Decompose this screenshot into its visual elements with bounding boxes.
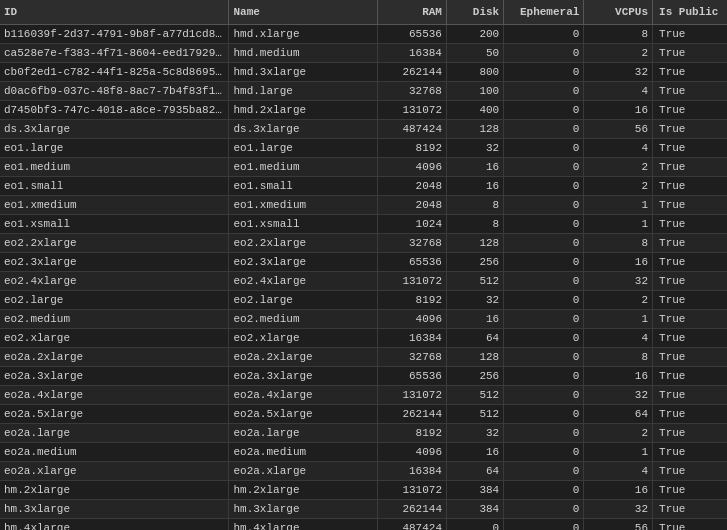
cell-vcpus: 32 (584, 500, 653, 519)
cell-disk: 384 (446, 500, 503, 519)
table-row[interactable]: eo2.xlargeeo2.xlarge163846404True (0, 329, 727, 348)
cell-id: ds.3xlarge (0, 120, 229, 139)
table-row[interactable]: eo1.xmediumeo1.xmedium2048801True (0, 196, 727, 215)
cell-ephemeral: 0 (504, 25, 584, 44)
cell-ispublic: True (653, 82, 727, 101)
cell-ispublic: True (653, 272, 727, 291)
table-row[interactable]: eo1.smalleo1.small20481602True (0, 177, 727, 196)
table-row[interactable]: cb0f2ed1-c782-44f1-825a-5c8d86954304hmd.… (0, 63, 727, 82)
cell-ispublic: True (653, 348, 727, 367)
cell-ephemeral: 0 (504, 158, 584, 177)
cell-vcpus: 8 (584, 234, 653, 253)
cell-disk: 32 (446, 291, 503, 310)
cell-vcpus: 2 (584, 158, 653, 177)
table-row[interactable]: eo2a.mediumeo2a.medium40961601True (0, 443, 727, 462)
cell-vcpus: 1 (584, 310, 653, 329)
cell-id: cb0f2ed1-c782-44f1-825a-5c8d86954304 (0, 63, 229, 82)
cell-id: d7450bf3-747c-4018-a8ce-7935ba824b95 (0, 101, 229, 120)
cell-vcpus: 1 (584, 443, 653, 462)
cell-disk: 50 (446, 44, 503, 63)
cell-ephemeral: 0 (504, 348, 584, 367)
cell-ispublic: True (653, 310, 727, 329)
cell-ephemeral: 0 (504, 253, 584, 272)
table-row[interactable]: d0ac6fb9-037c-48f8-8ac7-7b4f83f1beefhmd.… (0, 82, 727, 101)
cell-id: eo2a.xlarge (0, 462, 229, 481)
cell-name: hmd.xlarge (229, 25, 378, 44)
table-row[interactable]: eo2a.xlargeeo2a.xlarge163846404True (0, 462, 727, 481)
cell-name: hm.3xlarge (229, 500, 378, 519)
table-row[interactable]: eo2.2xlargeeo2.2xlarge3276812808True (0, 234, 727, 253)
cell-ram: 4096 (378, 443, 447, 462)
cell-vcpus: 32 (584, 272, 653, 291)
table-row[interactable]: eo2a.5xlargeeo2a.5xlarge262144512064True (0, 405, 727, 424)
table-row[interactable]: eo1.mediumeo1.medium40961602True (0, 158, 727, 177)
table-row[interactable]: eo1.xsmalleo1.xsmall1024801True (0, 215, 727, 234)
table-row[interactable]: ca528e7e-f383-4f71-8604-eed1792930cbhmd.… (0, 44, 727, 63)
cell-ram: 8192 (378, 424, 447, 443)
table-row[interactable]: hm.2xlargehm.2xlarge131072384016True (0, 481, 727, 500)
table-row[interactable]: b116039f-2d37-4791-9b8f-a77d1cd8d37bhmd.… (0, 25, 727, 44)
cell-vcpus: 8 (584, 348, 653, 367)
cell-ram: 4096 (378, 310, 447, 329)
cell-disk: 16 (446, 158, 503, 177)
cell-vcpus: 2 (584, 44, 653, 63)
cell-disk: 16 (446, 177, 503, 196)
cell-disk: 0 (446, 519, 503, 531)
table-row[interactable]: d7450bf3-747c-4018-a8ce-7935ba824b95hmd.… (0, 101, 727, 120)
cell-ram: 8192 (378, 291, 447, 310)
cell-name: eo1.medium (229, 158, 378, 177)
cell-disk: 16 (446, 310, 503, 329)
cell-ephemeral: 0 (504, 63, 584, 82)
table-row[interactable]: ds.3xlargeds.3xlarge487424128056True (0, 120, 727, 139)
cell-id: eo2a.medium (0, 443, 229, 462)
cell-disk: 128 (446, 234, 503, 253)
cell-vcpus: 16 (584, 367, 653, 386)
cell-vcpus: 16 (584, 253, 653, 272)
cell-id: eo1.xmedium (0, 196, 229, 215)
cell-ram: 131072 (378, 481, 447, 500)
table-row[interactable]: eo2.4xlargeeo2.4xlarge131072512032True (0, 272, 727, 291)
cell-disk: 800 (446, 63, 503, 82)
cell-id: hm.2xlarge (0, 481, 229, 500)
cell-name: eo1.xmedium (229, 196, 378, 215)
table-row[interactable]: eo2a.2xlargeeo2a.2xlarge3276812808True (0, 348, 727, 367)
cell-name: ds.3xlarge (229, 120, 378, 139)
cell-disk: 512 (446, 386, 503, 405)
table-row[interactable]: eo2.3xlargeeo2.3xlarge65536256016True (0, 253, 727, 272)
cell-id: eo2.medium (0, 310, 229, 329)
cell-name: eo2.4xlarge (229, 272, 378, 291)
cell-name: eo2a.2xlarge (229, 348, 378, 367)
cell-vcpus: 2 (584, 424, 653, 443)
table-row[interactable]: eo1.largeeo1.large81923204True (0, 139, 727, 158)
table-row[interactable]: hm.4xlargehm.4xlarge4874240056True (0, 519, 727, 531)
cell-name: eo2a.xlarge (229, 462, 378, 481)
table-row[interactable]: eo2.largeeo2.large81923202True (0, 291, 727, 310)
cell-disk: 384 (446, 481, 503, 500)
cell-ispublic: True (653, 291, 727, 310)
cell-ephemeral: 0 (504, 196, 584, 215)
cell-ispublic: True (653, 481, 727, 500)
table-row[interactable]: eo2a.3xlargeeo2a.3xlarge65536256016True (0, 367, 727, 386)
cell-id: eo2.large (0, 291, 229, 310)
cell-ephemeral: 0 (504, 500, 584, 519)
table-row[interactable]: eo2.mediumeo2.medium40961601True (0, 310, 727, 329)
cell-vcpus: 56 (584, 120, 653, 139)
cell-ephemeral: 0 (504, 443, 584, 462)
cell-name: eo1.large (229, 139, 378, 158)
table-row[interactable]: eo2a.largeeo2a.large81923202True (0, 424, 727, 443)
cell-disk: 32 (446, 424, 503, 443)
cell-name: eo2a.medium (229, 443, 378, 462)
cell-disk: 8 (446, 215, 503, 234)
cell-ephemeral: 0 (504, 44, 584, 63)
cell-vcpus: 1 (584, 196, 653, 215)
cell-ephemeral: 0 (504, 272, 584, 291)
cell-id: eo2.2xlarge (0, 234, 229, 253)
cell-ephemeral: 0 (504, 386, 584, 405)
cell-disk: 128 (446, 120, 503, 139)
cell-ephemeral: 0 (504, 177, 584, 196)
cell-vcpus: 64 (584, 405, 653, 424)
table-row[interactable]: eo2a.4xlargeeo2a.4xlarge131072512032True (0, 386, 727, 405)
table-row[interactable]: hm.3xlargehm.3xlarge262144384032True (0, 500, 727, 519)
flavor-table-container[interactable]: ID Name RAM Disk Ephemeral VCPUs Is Publ… (0, 0, 727, 530)
cell-disk: 512 (446, 272, 503, 291)
